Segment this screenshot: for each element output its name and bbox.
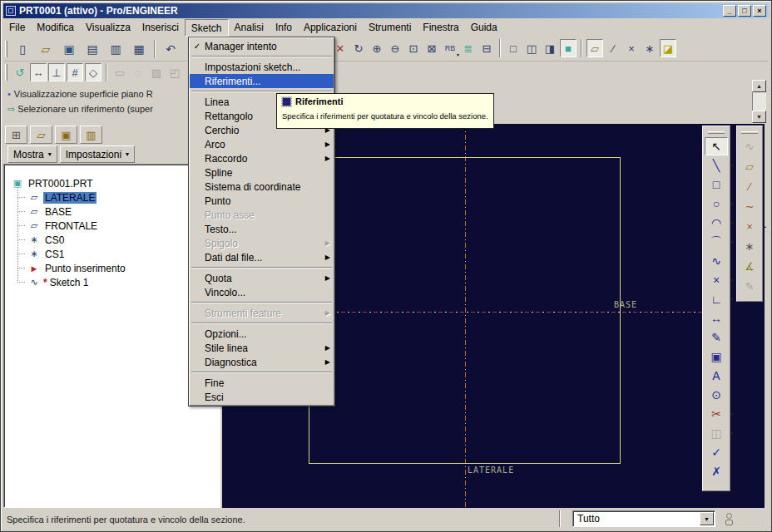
menu-item-testo[interactable]: Testo... [190, 222, 334, 236]
text-tool[interactable]: A [705, 367, 728, 385]
save-icon[interactable]: ▣ [58, 39, 80, 59]
flyout-arrow-icon[interactable]: ▸ [730, 296, 734, 303]
datum-points-toggle[interactable]: × [623, 39, 640, 57]
datum-tag-laterale[interactable]: LATERALE [468, 466, 514, 475]
send-model-icon[interactable]: ▦ [128, 39, 150, 59]
palette-tool[interactable]: ⊙ [705, 386, 728, 404]
csys-display-toggle[interactable]: ∗ [641, 39, 658, 57]
vertex-display-toggle[interactable]: ◇ [85, 63, 101, 81]
select-tool[interactable]: ↖ [705, 137, 728, 155]
print-preview-icon[interactable]: ▥ [105, 39, 126, 59]
menu-visualizza[interactable]: Visualizza [80, 19, 136, 37]
flyout-arrow-icon[interactable]: ▸ [730, 239, 734, 245]
dimension-tool[interactable]: ↔ [705, 309, 728, 328]
sketch-orient-icon[interactable]: ↺ [12, 63, 28, 81]
toolbar-handle[interactable] [5, 64, 7, 81]
menu-item-stile-linea[interactable]: Stile linea▶ [190, 341, 334, 355]
menu-strumenti[interactable]: Strumenti [363, 19, 417, 37]
flyout-arrow-icon[interactable]: ▸ [763, 224, 766, 230]
spin-center-icon[interactable]: ↻ [350, 39, 367, 57]
scroll-track[interactable] [752, 92, 766, 111]
arc-tool[interactable]: ◠▸ [705, 214, 728, 232]
datum-axes-toggle[interactable]: ⁄ [605, 39, 621, 57]
layers-icon[interactable]: ≣ [460, 39, 477, 57]
datum-csys-tool[interactable]: ∗ [739, 237, 760, 256]
menu-item-sistema-di-coordinate[interactable]: Sistema di coordinate [190, 180, 334, 194]
menu-inserisci[interactable]: Inserisci [136, 19, 185, 37]
menu-item-dati-dal-file[interactable]: Dati dal file...▶ [190, 250, 334, 264]
menu-item-raccordo[interactable]: Raccordo▶ [190, 151, 334, 165]
datum-tag-base[interactable]: BASE [614, 300, 637, 309]
annotations-toggle[interactable]: ◪ [660, 39, 676, 57]
line-tool[interactable]: ╲▸ [705, 156, 728, 175]
favorites-folder-icon[interactable]: ▣ [55, 126, 77, 144]
flyout-arrow-icon[interactable]: ▸ [730, 411, 734, 417]
menu-item-arco[interactable]: Arco▶ [190, 137, 334, 151]
datum-plane-tool[interactable]: ▱ [739, 157, 760, 176]
shaded-display-icon[interactable]: ■ [560, 39, 577, 57]
open-file-icon[interactable]: ▱ [35, 39, 57, 59]
datum-point-tool[interactable]: ×▸ [739, 217, 760, 236]
scroll-down-button[interactable]: ▼ [752, 111, 766, 123]
trim-tool[interactable]: ✂▸ [705, 405, 728, 423]
rectangle-tool[interactable]: □ [705, 175, 728, 194]
modify-tool[interactable]: ✎ [705, 328, 728, 347]
datum-curve-tool[interactable]: ∼ [739, 197, 760, 216]
close-button[interactable]: × [753, 5, 766, 17]
menu-file[interactable]: File [3, 19, 31, 37]
zoom-fit-icon[interactable]: ⊡ [405, 39, 422, 57]
maximize-button[interactable]: □ [738, 5, 751, 17]
toolbar-handle[interactable] [5, 41, 7, 57]
combo-dropdown-button[interactable]: ▼ [700, 512, 714, 525]
menu-applicazioni[interactable]: Applicazioni [298, 19, 363, 37]
dim-display-toggle[interactable]: ↔ [30, 63, 47, 81]
constraint-tool[interactable]: ∟▸ [705, 290, 728, 308]
scroll-up-button[interactable]: ▲ [752, 80, 766, 92]
sketch-rectangle[interactable] [309, 157, 621, 464]
flyout-arrow-icon[interactable]: ▸ [730, 200, 734, 207]
menu-sketch[interactable]: Sketch [185, 19, 229, 37]
minimize-button[interactable]: _ [723, 5, 736, 17]
menu-guida[interactable]: Guida [465, 19, 503, 37]
new-file-icon[interactable]: ▯ [12, 39, 33, 59]
undo-icon[interactable]: ↶ [160, 39, 181, 59]
wireframe-display-icon[interactable]: □ [505, 39, 522, 57]
menu-item-diagnostica[interactable]: Diagnostica▶ [190, 355, 334, 369]
spline-tool[interactable]: ∿ [705, 252, 728, 270]
no-hidden-display-icon[interactable]: ◨ [542, 39, 558, 57]
settings-dropdown-button[interactable]: Impostazioni ▾ [60, 145, 135, 163]
folder-search-icon[interactable]: ▥ [80, 126, 102, 144]
menu-item-opzioni[interactable]: Opzioni... [190, 327, 334, 341]
selection-filter-combo[interactable]: Tutto ▼ [572, 510, 715, 527]
flyout-arrow-icon[interactable]: ▸ [730, 162, 734, 169]
point-tool[interactable]: ×▸ [705, 271, 728, 289]
quit-tool[interactable]: ✗ [705, 462, 728, 480]
menu-item-fine[interactable]: Fine [190, 376, 334, 390]
zoom-out-icon[interactable]: ⊖ [387, 39, 403, 57]
done-tool[interactable]: ✓ [705, 443, 728, 461]
flyout-arrow-icon[interactable]: ▸ [730, 430, 734, 436]
analysis-measure-tool[interactable]: ∡ [739, 257, 760, 276]
fillet-tool[interactable]: ⌒▸ [705, 233, 728, 251]
caret-down-icon[interactable]: ▾ [457, 52, 459, 57]
toolbar-handle[interactable] [708, 131, 725, 134]
flyout-arrow-icon[interactable]: ▸ [730, 277, 734, 283]
menu-item-punto[interactable]: Punto [190, 194, 334, 208]
selection-filter-icon[interactable] [724, 513, 734, 527]
show-dropdown-button[interactable]: Mostra ▾ [7, 145, 57, 163]
model-tree-icon[interactable]: ⊞ [5, 126, 27, 144]
folder-browser-icon[interactable]: ▱ [30, 126, 52, 144]
menu-finestra[interactable]: Finestra [417, 19, 464, 37]
menu-item-spline[interactable]: Spline [190, 165, 334, 180]
menu-item-manager-intento[interactable]: ✓Manager intento [190, 39, 334, 53]
datum-planes-toggle[interactable]: ▱ [586, 39, 603, 57]
rename-icon[interactable]: RB▾ [442, 39, 458, 57]
menu-modifica[interactable]: Modifica [31, 19, 80, 37]
datum-axis-tool[interactable]: ⁄ [739, 177, 760, 196]
constraint-display-toggle[interactable]: ⊥ [48, 63, 65, 81]
menu-item-impostazioni-sketch[interactable]: Impostazioni sketch... [190, 60, 334, 74]
circle-tool[interactable]: ○▸ [705, 195, 728, 213]
reorient-view-icon[interactable]: ⊠ [423, 39, 440, 57]
toolbar-handle[interactable] [741, 131, 758, 134]
grid-display-toggle[interactable]: # [67, 63, 83, 81]
